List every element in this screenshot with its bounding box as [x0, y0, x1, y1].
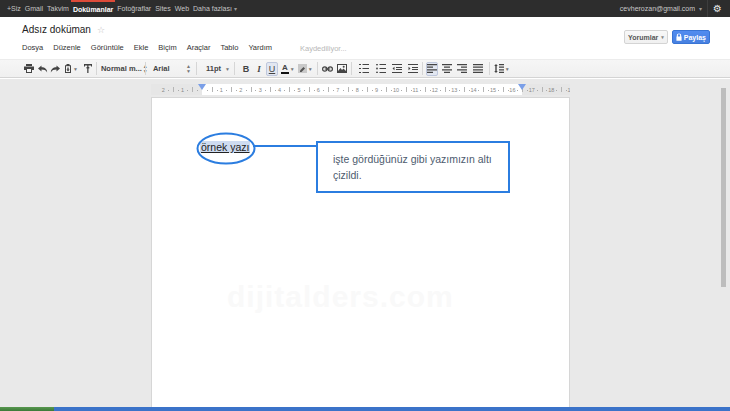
font-dropdown[interactable]: Arial ▲▼ [152, 61, 192, 76]
ruler-tick [352, 90, 353, 91]
print-button[interactable] [23, 62, 35, 76]
gear-icon[interactable]: ⚙ [713, 0, 722, 17]
align-right-icon [457, 64, 467, 73]
ruler-tick [304, 90, 305, 91]
ruler-left-indent-marker[interactable] [198, 84, 206, 90]
menu-tablo[interactable]: Tablo [220, 43, 238, 52]
insert-image-button[interactable] [336, 62, 348, 76]
underline-button[interactable]: U [266, 62, 278, 76]
justify-button[interactable] [472, 62, 484, 76]
ruler-tick [236, 90, 237, 91]
toolbar: ▼ Normal m... ▲▼ Arial ▲▼ 11pt ▼ B I U A… [0, 59, 730, 78]
text-color-label: A [281, 63, 289, 74]
menu-ekle[interactable]: Ekle [134, 43, 149, 52]
ruler-tick [425, 87, 426, 92]
chevron-down-icon: ▾ [661, 34, 664, 40]
ruler-tick [440, 90, 441, 91]
font-size-dropdown[interactable]: 11pt ▼ [205, 61, 231, 76]
topbar-item-sites[interactable]: Sites [153, 0, 173, 17]
bulleted-list-button[interactable] [375, 62, 387, 76]
ruler-left-margin-zone [151, 84, 202, 95]
menu-dosya[interactable]: Dosya [22, 43, 43, 52]
redo-button[interactable] [49, 62, 61, 76]
ruler-tick [314, 90, 315, 91]
decrease-indent-button[interactable] [391, 62, 403, 76]
ruler-tick [445, 87, 446, 92]
topbar-item-gmail[interactable]: Gmail [23, 0, 45, 17]
toolbar-separator [422, 62, 423, 75]
menu-yardim[interactable]: Yardım [248, 43, 272, 52]
paint-format-icon [83, 64, 93, 73]
web-clipboard-button[interactable]: ▼ [63, 62, 79, 76]
print-icon [24, 64, 34, 73]
topbar-account: cevherozan@gmail.com ▾ ⚙ [620, 0, 722, 17]
font-size-label: 11pt [206, 64, 221, 73]
title-row: Adsız doküman ☆ [22, 24, 105, 35]
ruler-number: 7 [336, 87, 339, 93]
align-left-button[interactable] [426, 62, 438, 76]
ruler-tick [362, 90, 363, 91]
align-center-button[interactable] [441, 62, 453, 76]
ruler-tick [275, 90, 276, 91]
ruler-number: 2 [162, 87, 165, 93]
share-button[interactable]: Paylaş [672, 30, 710, 44]
paste-icon [64, 64, 72, 73]
ruler-number: 16 [509, 87, 515, 93]
paint-format-button[interactable] [82, 62, 94, 76]
increase-indent-button[interactable] [407, 62, 419, 76]
ruler-tick [517, 90, 518, 91]
topbar-item-siz[interactable]: +Siz [5, 0, 23, 17]
ruler-tick [212, 87, 213, 92]
scrollbar-thumb[interactable] [721, 88, 726, 287]
ruler-tick [333, 90, 334, 91]
account-email-label: cevherozan@gmail.com [620, 5, 695, 12]
topbar-nav: +Siz Gmail Takvim Dokümanlar Fotoğraflar… [5, 0, 239, 17]
comments-button[interactable]: Yorumlar ▾ [624, 30, 668, 44]
topbar-item-dokumanlar[interactable]: Dokümanlar [71, 0, 115, 17]
ruler[interactable]: 2112345678910111213141516171819 [151, 84, 570, 95]
chevron-down-icon: ▼ [73, 66, 78, 72]
numbered-list-button[interactable] [358, 62, 370, 76]
text-color-button[interactable]: A▼ [280, 62, 296, 76]
annotation-callout-text: işte gördüğünüz gibi yazımızın altı çizi… [318, 143, 508, 183]
topbar-item-takvim[interactable]: Takvim [45, 0, 71, 17]
topbar-item-web[interactable]: Web [173, 0, 191, 17]
align-center-icon [442, 64, 452, 73]
menu-araclar[interactable]: Araçlar [187, 43, 211, 52]
topbar-item-fotograflar[interactable]: Fotoğraflar [115, 0, 153, 17]
document-title[interactable]: Adsız doküman [22, 24, 91, 35]
ruler-tick [207, 90, 208, 91]
chevron-down-icon: ▼ [290, 66, 295, 72]
menubar: Dosya Düzenle Görüntüle Ekle Biçim Araçl… [22, 43, 282, 52]
ruler-tick [323, 90, 324, 91]
align-right-button[interactable] [456, 62, 468, 76]
line-spacing-button[interactable]: ▼ [493, 62, 511, 76]
ruler-tick [381, 90, 382, 91]
star-icon[interactable]: ☆ [97, 25, 105, 35]
ruler-tick [226, 90, 227, 91]
bold-button[interactable]: B [240, 62, 252, 76]
ruler-right-indent-marker[interactable] [518, 84, 526, 90]
paragraph-style-dropdown[interactable]: Normal m... ▲▼ [100, 61, 142, 76]
image-icon [337, 64, 347, 73]
ruler-number: 11 [413, 87, 419, 93]
account-email[interactable]: cevherozan@gmail.com ▾ [620, 5, 707, 12]
topbar-item-daha-fazlasi[interactable]: Daha fazlası▾ [191, 0, 239, 17]
menu-bicim[interactable]: Biçim [158, 43, 176, 52]
bottom-taskbar-strip [0, 407, 730, 411]
highlight-color-button[interactable]: ▼ [297, 62, 314, 76]
ruler-number: 8 [356, 87, 359, 93]
document-workspace: 2112345678910111213141516171819 örnek ya… [0, 79, 730, 407]
menu-goruntule[interactable]: Görüntüle [91, 43, 124, 52]
ruler-number: 9 [375, 87, 378, 93]
undo-button[interactable] [37, 62, 49, 76]
chevron-down-icon: ▼ [225, 66, 230, 72]
ruler-tick [459, 90, 460, 91]
chevron-down-icon: ▼ [505, 66, 510, 72]
insert-link-button[interactable] [321, 62, 334, 76]
ruler-tick [192, 87, 193, 92]
menu-duzenle[interactable]: Düzenle [53, 43, 81, 52]
ruler-tick [168, 90, 169, 91]
italic-button[interactable]: I [253, 62, 265, 76]
bottom-green-segment [0, 407, 54, 411]
